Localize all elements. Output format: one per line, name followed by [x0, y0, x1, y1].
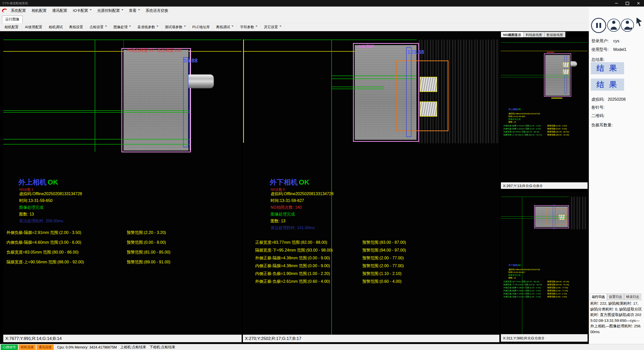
ng-thumbnail-lower[interactable]: 外下相机OK 虚拟码:Offline20250208133134728 时间:1…: [501, 192, 588, 334]
tool-baseline-params[interactable]: 基准线参数: [134, 24, 162, 30]
mini-overlay-marks: [551, 98, 562, 98]
overlay-line: [501, 216, 569, 217]
log-tabs: 运行日志 设置日志 错误日志: [590, 294, 641, 300]
pause-button[interactable]: [591, 18, 606, 33]
app-logo-icon: [0, 8, 8, 13]
menu-camera-config[interactable]: 相机配置: [29, 7, 49, 14]
login-user-label: 登录用户:: [591, 39, 608, 44]
tool-offline-setting[interactable]: 离线设置: [66, 24, 86, 30]
menu-system-config[interactable]: 系统配置: [8, 7, 29, 14]
measurement-text-mini: 外侧正极-负极=2.61mm 范围:(0.60 - 4.00): [503, 295, 541, 298]
detect-rect-orange: [396, 60, 448, 131]
frame-count-mini: 图数: 13: [508, 121, 516, 123]
algo-time: 算法处理耗时: 206.00ms: [19, 219, 63, 224]
menu-view[interactable]: 查看: [126, 7, 143, 14]
pause-icon: [596, 23, 601, 28]
tool-camera-config[interactable]: 相机配置: [2, 24, 22, 30]
heartbeat-indicator: 心跳信号: [1, 344, 18, 350]
tab-error-log[interactable]: 错误日志: [624, 294, 641, 300]
overlay-line: [331, 40, 332, 335]
login-user-value: cys: [613, 39, 619, 43]
measurement-warn: 预警范围:(0.00 - 8.00): [127, 240, 166, 245]
frame-count-mini: 图数: 13: [508, 276, 516, 279]
menu-io-card-config[interactable]: IO卡配置: [70, 7, 94, 14]
cursor-arrow-icon: [635, 17, 643, 27]
menu-bar: 系统配置 相机配置 通讯配置 IO卡配置 光源控制配置 查看 系统语言切换: [0, 7, 589, 15]
mini-overlay-marks: [547, 52, 554, 53]
tab-run-image[interactable]: 运行图像: [2, 16, 23, 23]
overlay-line: [501, 42, 588, 43]
right-info-panel: 登录用户: cys 使用型号: Model1 总结果: 结 果 结 果 虚拟码:…: [589, 7, 644, 344]
measurement-warn: 预警范围:(94.00 - 97.00): [362, 248, 406, 253]
result-box-lower: 结 果: [591, 79, 624, 91]
measurement-warn: 预警范围:(83.00 - 87.00): [362, 240, 406, 245]
virtual-code-mini: 虚拟码:Offline20250208133134728: [508, 112, 540, 115]
measurement-text-mini: 内侧正极-负极=1.90mm 范围:(1.00 - 2.20): [503, 292, 541, 295]
camera-link-indicator: 相机连接: [19, 344, 36, 350]
tool-image-process[interactable]: 图像处理: [110, 24, 134, 30]
measurement-warn: 预警范围:(2.20 - 3.20): [127, 230, 166, 235]
tab-detect-box: [420, 101, 437, 117]
overlay-line: [331, 87, 384, 87]
tool-offline-debug[interactable]: 离线调试: [213, 24, 237, 30]
menu-language-switch[interactable]: 系统语言切换: [143, 7, 171, 14]
overlay-line: [3, 112, 190, 113]
tool-other-settings[interactable]: 其它设置: [261, 24, 285, 30]
pixel-coord-readout: X:7677;Y:891;R:14;G:14;B:14: [5, 336, 62, 341]
overlay-line: [3, 144, 190, 145]
user-settings-button[interactable]: [621, 19, 634, 32]
run-image-tab-row: 运行图像: [0, 15, 589, 23]
close-button[interactable]: [633, 0, 644, 7]
badge-dot: [630, 27, 633, 30]
virtual-code-mini: 虚拟码:Offline20250208133134728: [508, 268, 540, 271]
left-camera-view[interactable]: AI动态阈值:93, 动态阈值:100 55.88 外上相机OK NG次数:1 …: [3, 33, 242, 335]
tool-ai-use-config[interactable]: AI使用配置: [22, 24, 46, 30]
cursor-arrow-button[interactable]: [635, 17, 643, 27]
measurement-warn: 预警范围:(89.00 - 91.00): [127, 260, 170, 265]
measurement-text-mini: 隔膜宽度-下=95.24mm 范围:(93.00 - 98.00): [503, 283, 542, 286]
tool-char-params[interactable]: 字符参数: [237, 24, 261, 30]
measurement-text: 内侧正极-负极=1.90mm 范围:(1.00 - 2.20): [255, 271, 330, 276]
login-user-row: 登录用户: cys: [591, 39, 619, 44]
overlay-line: [190, 50, 190, 151]
tool-plc-address[interactable]: PLC地址库: [189, 24, 213, 30]
minimize-button[interactable]: [611, 0, 622, 7]
virtual-code: 虚拟码:Offline20250208133134728: [271, 191, 334, 197]
camera-title-mini: 外上相机OK: [508, 108, 521, 111]
overlay-line: [3, 110, 190, 111]
upper-camera-check-status: 上相机:点检结束: [120, 345, 146, 349]
detect-rect-blue: [406, 47, 411, 137]
measurement-warn-mini: 预警范围:(1.10 - 2.10): [547, 292, 567, 295]
tool-spot-check[interactable]: 点检设置: [86, 24, 110, 30]
tool-camera-debug[interactable]: 相机调试: [46, 24, 66, 30]
model-value: Model1: [613, 47, 626, 52]
virtual-code-value: 20250208: [608, 97, 626, 101]
right-camera-view[interactable]: AI检测框 123.88 外下相机OK NG次数:0 虚拟码:Offline20…: [243, 33, 499, 335]
measurement-warn-mini: 预警范围:(2.00 - 77.00): [547, 286, 568, 289]
overlay-line: [501, 51, 588, 51]
tool-test-item-params[interactable]: 测试项参数: [162, 24, 189, 30]
minimize-icon: [615, 3, 618, 4]
measurement-text: 内侧负极-隔膜=4.60mm 范围:(3.00 - 6.00): [7, 240, 81, 245]
ng-thumbnail-upper[interactable]: 外上相机OK 虚拟码:Offline20250208133134728 时间:1…: [501, 37, 588, 182]
camera-title-mini: 外下相机OK: [508, 264, 521, 267]
measurement-warn-mini: 预警范围:(83.00 - 87.00): [547, 280, 569, 283]
pin-number-label: 卷针号:: [591, 105, 604, 110]
menu-comm-config[interactable]: 通讯配置: [49, 7, 70, 14]
lower-camera-check-status: 下相机:点检结束: [149, 345, 175, 349]
tab-run-log[interactable]: 运行日志: [590, 294, 607, 300]
model-row: 使用型号: Model1: [591, 47, 626, 52]
process-done: 图像处理完成: [19, 205, 43, 210]
tab-detect-box: [563, 62, 569, 67]
user-icon: [608, 19, 620, 31]
measurement-warn: 预警范围:(2.00 - 77.00): [362, 263, 404, 269]
run-log-text: 耗时: 222, 缺陷检测耗时: 17, 缺陷分类耗时: 0, 缺陷提取分区耗时…: [590, 301, 643, 335]
detect-rect-pink: [121, 48, 191, 152]
user-button[interactable]: [607, 19, 620, 32]
model-label: 使用型号:: [591, 47, 608, 52]
measure-value-overlay: 123.88: [407, 49, 424, 55]
maximize-button[interactable]: [622, 0, 633, 7]
menu-light-control-config[interactable]: 光源控制配置: [94, 7, 126, 14]
tab-setting-log[interactable]: 设置日志: [607, 294, 624, 300]
thumb1-coord-bar: X:267;Y:13;R:0;G:0;B:0: [501, 182, 588, 189]
